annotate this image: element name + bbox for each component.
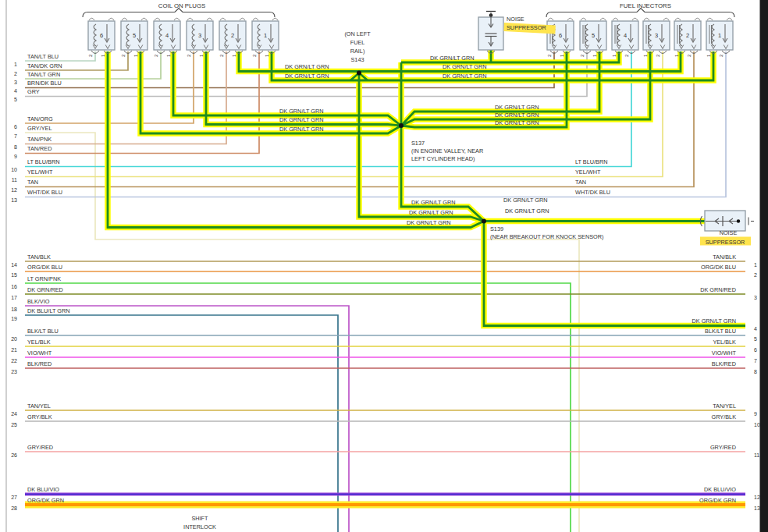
pin-number: 1 bbox=[199, 54, 204, 57]
injector-number: 2 bbox=[686, 32, 689, 39]
pin-number: 1 bbox=[706, 54, 711, 57]
wire-color-label: BRN/DK BLU bbox=[27, 80, 62, 87]
noise-suppressor-top-label: SUPPRESSOR bbox=[507, 24, 546, 31]
fuel-injectors-title: FUEL INJECTORS bbox=[620, 2, 671, 9]
bus-color-label: DK GRN/LT GRN bbox=[279, 126, 324, 133]
connector-hook-icon bbox=[675, 18, 681, 20]
injector-number: 4 bbox=[624, 32, 627, 39]
connector-hook-icon bbox=[141, 18, 147, 20]
wire-color-label: BLK/VIO bbox=[27, 298, 50, 305]
coil-number: 1 bbox=[264, 32, 267, 39]
left-pin-number-28: 28 bbox=[11, 505, 17, 511]
wire-color-label: GRY/RED bbox=[27, 444, 53, 451]
wire-color-label: LT BLU/BRN bbox=[575, 158, 608, 165]
coil-number: 2 bbox=[231, 32, 234, 39]
left-pin-number-17: 17 bbox=[11, 295, 17, 300]
wire-blk-vio bbox=[25, 306, 349, 532]
right-pin-number-8: 8 bbox=[754, 369, 757, 374]
pin-number: 1 bbox=[133, 54, 138, 57]
left-pin-number-4: 4 bbox=[14, 88, 17, 94]
left-pin-number-26: 26 bbox=[11, 452, 17, 458]
connector-hook-icon bbox=[155, 18, 160, 20]
right-pin-number-6: 6 bbox=[754, 347, 757, 353]
pin-number: 2 bbox=[88, 54, 93, 57]
pin-number: 1 bbox=[592, 54, 597, 57]
left-pin-number-16: 16 bbox=[11, 284, 17, 289]
pin-number: 2 bbox=[219, 54, 224, 57]
wire-color-label: DK BLU/VIO bbox=[704, 486, 736, 493]
connector-hook-icon bbox=[632, 18, 638, 20]
wire-color-label: TAN/BLK bbox=[27, 254, 51, 261]
coil-number: 3 bbox=[198, 32, 201, 39]
bus-color-label: DK GRN/LT GRN bbox=[443, 63, 487, 70]
splice-label-s137: (IN ENGINE VALLEY, NEAR bbox=[411, 147, 483, 154]
wire-color-label: DK BLU/LT GRN bbox=[27, 307, 69, 314]
wire-color-label: ORG/DK GRN bbox=[27, 497, 64, 504]
connector-hook-icon bbox=[272, 18, 278, 20]
left-pin-number-18: 18 bbox=[11, 307, 17, 312]
connector-hook-icon bbox=[695, 18, 700, 20]
injector-number: 3 bbox=[655, 32, 658, 39]
connector-hook-icon bbox=[207, 18, 212, 20]
injector-number: 1 bbox=[718, 32, 721, 39]
bus-color-label: DK GRN/LT GRN bbox=[495, 119, 539, 126]
wire-color-label: YEL/BLK bbox=[713, 339, 736, 346]
bus-color-label: DK GRN/LT GRN bbox=[279, 108, 324, 115]
right-pin-number-5: 5 bbox=[754, 336, 757, 342]
wire-color-label: YEL/WHT bbox=[575, 168, 601, 176]
left-pin-number-21: 21 bbox=[11, 347, 17, 353]
splice-dot-s139 bbox=[482, 219, 486, 224]
connector-hook-icon bbox=[663, 18, 669, 20]
connector-hook-icon bbox=[600, 18, 606, 20]
wire-color-label: TAN/YEL bbox=[27, 403, 51, 410]
wire-color-label: VIO/WHT bbox=[712, 349, 737, 356]
injector-group-bracket bbox=[546, 9, 734, 18]
wire-color-label: VIO/WHT bbox=[27, 349, 52, 356]
wire-color-label: DK GRN/RED bbox=[27, 286, 63, 293]
bus-color-label: DK GRN/LT GRN bbox=[409, 209, 453, 216]
wire-color-label: YEL/WHT bbox=[27, 168, 53, 176]
left-pin-number-19: 19 bbox=[11, 316, 17, 321]
left-pin-number-8: 8 bbox=[14, 144, 17, 150]
connector-hook-icon bbox=[240, 18, 245, 20]
connector-hook-icon bbox=[581, 18, 586, 20]
connector-hook-icon bbox=[187, 18, 193, 20]
bus-color-label: DK GRN/LT GRN bbox=[495, 112, 539, 119]
left-pin-number-6: 6 bbox=[14, 124, 17, 129]
pin-number: 1 bbox=[166, 54, 171, 57]
connector-hook-icon bbox=[220, 18, 226, 20]
bus-color-label: DK GRN/LT GRN bbox=[411, 199, 456, 206]
bus-color-label: DK GRN/LT GRN bbox=[443, 73, 487, 80]
noise-suppressor-right-label: NOISE bbox=[720, 229, 738, 236]
page-right-border bbox=[760, 0, 768, 532]
left-pin-number-27: 27 bbox=[11, 495, 17, 500]
pin-number: 1 bbox=[643, 54, 648, 57]
wire-color-label: ORG/DK GRN bbox=[699, 497, 736, 504]
wire-color-label: GRY/BLK bbox=[712, 413, 737, 420]
wire-color-label: BLK/RED bbox=[27, 360, 52, 367]
shift-interlock-label: SHIFT bbox=[191, 515, 208, 522]
pin-number: 1 bbox=[232, 54, 236, 57]
bus-color-label: DK GRN/LT GRN bbox=[285, 73, 329, 80]
bus-color-label: DK GRN/LT GRN bbox=[505, 207, 549, 215]
right-pin-number-1: 1 bbox=[754, 262, 757, 268]
splice-label-s143: RAIL) bbox=[350, 48, 365, 55]
pin-number: 1 bbox=[560, 54, 564, 57]
connector-hook-icon bbox=[644, 18, 649, 20]
left-pin-number-22: 22 bbox=[11, 358, 17, 364]
right-pin-number-4: 4 bbox=[754, 326, 757, 332]
right-pin-number-3: 3 bbox=[754, 295, 757, 300]
connector-hook-icon bbox=[174, 18, 180, 20]
injector-number: 6 bbox=[559, 32, 562, 39]
junction-dot-icon bbox=[737, 219, 740, 222]
pin-number: 1 bbox=[612, 54, 617, 57]
wiring-diagram-canvas: 621521421321221121621521412312212112COIL… bbox=[0, 0, 768, 532]
left-pin-number-13: 13 bbox=[11, 197, 17, 203]
left-pin-number-15: 15 bbox=[11, 272, 17, 278]
left-pin-number-11: 11 bbox=[12, 177, 17, 183]
pin-number: 2 bbox=[687, 54, 692, 57]
right-pin-number-13: 13 bbox=[754, 505, 760, 511]
noise-suppressor-right-label: SUPPRESSOR bbox=[706, 239, 745, 246]
bus-color-label: DK GRN/LT GRN bbox=[503, 197, 548, 204]
bus-color-label: DK GRN/LT GRN bbox=[285, 63, 329, 70]
